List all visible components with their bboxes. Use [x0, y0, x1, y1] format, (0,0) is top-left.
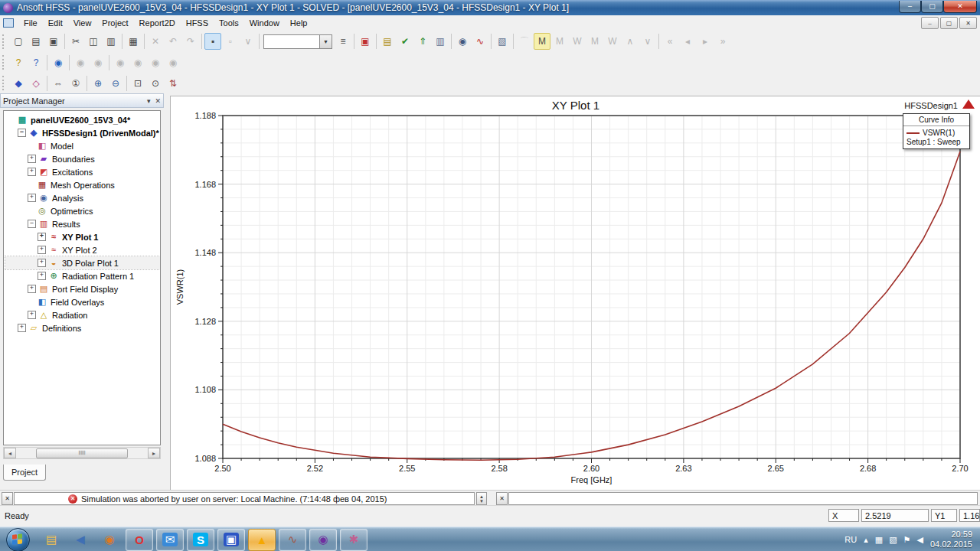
report-wave-1-icon[interactable]: ⌒: [516, 33, 533, 50]
tree-item[interactable]: ◎Optimetrics: [5, 204, 160, 217]
network-tray-icon[interactable]: ▧: [889, 535, 897, 545]
zoom-fit-icon[interactable]: ⊙: [147, 75, 164, 92]
expand-icon[interactable]: +: [28, 311, 36, 319]
update-tray-icon[interactable]: ▦: [875, 535, 883, 545]
language-indicator[interactable]: RU: [844, 535, 857, 544]
expand-icon[interactable]: +: [28, 155, 36, 163]
tree-item[interactable]: ▦panelUVE2600_15V3_04*: [5, 113, 160, 126]
tree-item[interactable]: ◧Field Overlays: [5, 295, 160, 308]
warning-icon[interactable]: ▲: [248, 529, 276, 551]
close-button[interactable]: ✕: [943, 1, 977, 13]
tree-item-label[interactable]: Radiation Pattern 1: [62, 272, 134, 281]
export-image-icon[interactable]: ▧: [494, 33, 511, 50]
mdi-minimize-button[interactable]: –: [921, 17, 939, 29]
expand-icon[interactable]: +: [28, 168, 36, 176]
minimize-button[interactable]: –: [899, 1, 921, 13]
mdi-close-button[interactable]: ✕: [959, 17, 977, 29]
show-selection-icon[interactable]: ◉: [90, 54, 106, 71]
tray-chevron-icon[interactable]: ▴: [864, 535, 868, 545]
last-frame-icon[interactable]: »: [714, 33, 731, 50]
expand-icon[interactable]: +: [38, 272, 46, 280]
report-wave-7-icon[interactable]: ∧: [622, 33, 639, 50]
collapse-icon[interactable]: −: [28, 220, 36, 228]
report-wave-2-icon[interactable]: M: [534, 33, 550, 50]
tree-item[interactable]: +◉Analysis: [5, 191, 160, 204]
skype-icon[interactable]: S: [187, 529, 214, 551]
scroll-right-icon[interactable]: ▸: [148, 448, 160, 458]
paint-icon[interactable]: ✱: [340, 529, 368, 551]
mail-icon[interactable]: ✉: [156, 529, 184, 551]
volume-mixer-icon[interactable]: ◀: [67, 530, 93, 550]
paste-icon[interactable]: ▥: [103, 33, 119, 50]
tree-item-label[interactable]: XY Plot 2: [62, 246, 97, 255]
tree-item-label[interactable]: Optimetrics: [51, 207, 93, 216]
report-wave-4-icon[interactable]: W: [569, 33, 586, 50]
select-face-icon[interactable]: ▫: [222, 33, 239, 50]
prev-frame-icon[interactable]: ◂: [679, 33, 696, 50]
xy-plot-canvas[interactable]: 2.502.522.552.582.602.632.652.682.701.18…: [171, 96, 980, 491]
open-file-icon[interactable]: ▤: [28, 33, 44, 50]
taskbar-clock[interactable]: 20:59 04.02.2015: [930, 530, 972, 549]
context-help-icon[interactable]: ?: [28, 54, 44, 71]
message2-close-icon[interactable]: ✕: [496, 492, 508, 505]
new-file-icon[interactable]: ▢: [10, 33, 27, 50]
redo-icon[interactable]: ↷: [182, 33, 199, 50]
tree-item-label[interactable]: Mesh Operations: [51, 181, 115, 190]
tree-item[interactable]: +≈XY Plot 2: [5, 243, 160, 256]
tree-item[interactable]: +◩Excitations: [5, 165, 160, 178]
tree-item[interactable]: +▤Port Field Display: [5, 282, 160, 295]
start-button[interactable]: [6, 528, 30, 551]
media-player-icon[interactable]: ◉: [96, 530, 122, 550]
tree-item-label[interactable]: Boundaries: [52, 155, 95, 164]
designer-icon[interactable]: ∿: [279, 529, 306, 551]
tree-item-label[interactable]: XY Plot 1: [62, 233, 98, 242]
show-all-views-icon[interactable]: ◉: [165, 54, 181, 71]
tree-item-label[interactable]: HFSSDesign1 (DrivenModal)*: [42, 129, 159, 138]
menu-window[interactable]: Window: [244, 17, 285, 29]
next-frame-icon[interactable]: ▸: [697, 33, 714, 50]
tree-item-label[interactable]: Excitations: [52, 168, 93, 177]
create-report-icon[interactable]: ∿: [472, 33, 488, 50]
expand-icon[interactable]: +: [38, 259, 46, 267]
action-center-icon[interactable]: ⚑: [903, 535, 911, 545]
pan-icon[interactable]: ⇔: [50, 75, 67, 92]
collapse-icon[interactable]: −: [18, 129, 26, 137]
delete-icon[interactable]: ✕: [147, 33, 164, 50]
split-selection-icon[interactable]: ∨: [240, 33, 256, 50]
expand-icon[interactable]: +: [28, 285, 36, 293]
panel-dropdown-icon[interactable]: ▾: [147, 97, 151, 105]
hfss-solution-icon[interactable]: ◆: [10, 75, 27, 92]
report-wave-5-icon[interactable]: M: [586, 33, 603, 50]
report-wave-8-icon[interactable]: ∨: [639, 33, 656, 50]
report-wave-3-icon[interactable]: M: [551, 33, 568, 50]
curve-info-legend[interactable]: Curve Info VSWR(1) Setup1 : Sweep: [903, 113, 970, 149]
opera-icon[interactable]: O: [126, 529, 153, 551]
tree-item-label[interactable]: Analysis: [52, 194, 83, 203]
tree-item-label[interactable]: panelUVE2600_15V3_04*: [31, 116, 130, 125]
maximize-button[interactable]: ▢: [921, 1, 943, 13]
message-spinner[interactable]: ▲▼: [476, 492, 487, 505]
menu-edit[interactable]: Edit: [43, 17, 68, 29]
expand-icon[interactable]: +: [18, 324, 26, 332]
expand-icon[interactable]: +: [28, 194, 36, 202]
menu-file[interactable]: File: [18, 17, 43, 29]
project-tab[interactable]: Project: [3, 465, 46, 481]
select-object-icon[interactable]: ▪: [204, 33, 221, 50]
menu-project[interactable]: Project: [96, 17, 133, 29]
orient-axes-icon[interactable]: ⇅: [165, 75, 181, 92]
save-icon[interactable]: ▣: [45, 33, 62, 50]
hide-all-views-icon[interactable]: ◉: [147, 54, 164, 71]
report-wave-6-icon[interactable]: W: [604, 33, 621, 50]
tree-item[interactable]: −▥Results: [5, 217, 160, 230]
menu-help[interactable]: Help: [285, 17, 313, 29]
undo-icon[interactable]: ↶: [165, 33, 181, 50]
ansoft-app-icon[interactable]: ◉: [309, 529, 337, 551]
message-close-icon[interactable]: ✕: [2, 492, 13, 505]
radiation-setup-icon[interactable]: ◇: [28, 75, 44, 92]
show-active-view-icon[interactable]: ◉: [129, 54, 146, 71]
help-pin-icon[interactable]: ?: [10, 54, 27, 71]
zoom-in-area-icon[interactable]: ⊕: [90, 75, 106, 92]
tree-item[interactable]: +△Radiation: [5, 308, 160, 321]
scrollbar-thumb[interactable]: ⦀⦀⦀: [36, 448, 128, 458]
tree-item-label[interactable]: Field Overlays: [51, 298, 104, 307]
